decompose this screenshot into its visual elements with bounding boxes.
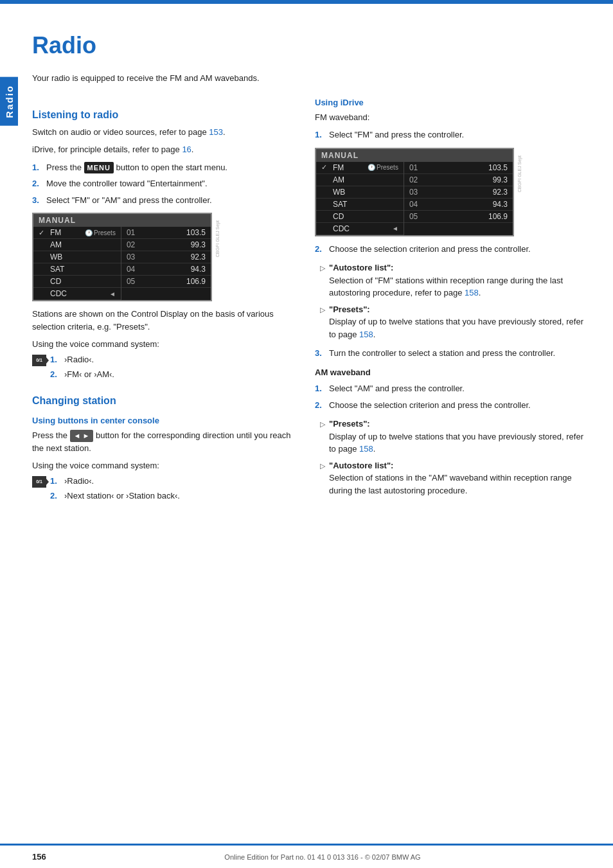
footer-text: Online Edition for Part no. 01 41 0 013 … bbox=[64, 853, 581, 861]
menu-row-sat: SAT bbox=[33, 263, 121, 276]
r-preset-icon: 🕐 bbox=[368, 164, 375, 171]
radio-menu-left: MANUAL ✓ FM 🕐 Presets AM bbox=[32, 213, 212, 301]
watermark-left: CBGFI GLEJ Sept bbox=[215, 220, 220, 257]
section-heading-changing: Changing station bbox=[32, 395, 296, 407]
page-number: 156 bbox=[32, 852, 64, 862]
r-right-row-3: 0392.3 bbox=[404, 186, 513, 199]
menu-button-label: MENU bbox=[84, 162, 114, 174]
watermark-right: CBGFI GLEJ Sept bbox=[517, 155, 522, 192]
menu-right-row-5: 05106.9 bbox=[121, 276, 211, 288]
step-2: 2. Move the controller toward "Entertain… bbox=[32, 177, 296, 190]
link-16[interactable]: 16 bbox=[182, 145, 191, 154]
fm-steps-3: 3. Turn the controller to select a stati… bbox=[315, 347, 585, 360]
menu-row-wb: WB bbox=[33, 251, 121, 263]
voice-icon-2: 0/1 bbox=[32, 476, 46, 488]
voice-icon-1: 0/1 bbox=[32, 355, 46, 366]
arrow-icon-2: ▷ bbox=[320, 305, 325, 341]
am-bullet-2: ▷ "Autostore list": Selection of station… bbox=[320, 459, 585, 497]
r-menu-row-sat: SAT bbox=[316, 199, 404, 211]
preset-icon: 🕐 bbox=[85, 229, 93, 236]
r-right-row-2: 0299.3 bbox=[404, 174, 513, 186]
voice-step-1-1: 1. ›Radio‹. bbox=[50, 353, 114, 366]
page-title: Radio bbox=[32, 32, 587, 59]
sub-heading-center-console: Using buttons in center console bbox=[32, 416, 296, 425]
sub-heading-idrive: Using iDrive bbox=[315, 98, 585, 107]
station-note: Stations are shown on the Control Displa… bbox=[32, 308, 296, 333]
menu-right-row-3: 0392.3 bbox=[121, 251, 211, 263]
menu-row-cdc: CDC ◄ bbox=[33, 288, 121, 300]
r-menu-row-wb: WB bbox=[316, 186, 404, 199]
voice-step-1-2: 2. ›FM‹ or ›AM‹. bbox=[50, 368, 114, 381]
voice-step-2-2: 2. ›Next station‹ or ›Station back‹. bbox=[50, 490, 180, 502]
r-menu-row-cd: CD bbox=[316, 211, 404, 223]
r-menu-row-am: AM bbox=[316, 174, 404, 186]
am-waveband-label: AM waveband bbox=[315, 366, 585, 379]
voice-step-2-1: 1. ›Radio‹. bbox=[50, 475, 180, 488]
fm-waveband-label: FM waveband: bbox=[315, 111, 585, 124]
fm-bullet-2: ▷ "Presets": Display of up to twelve sta… bbox=[320, 303, 585, 341]
menu-row-fm: ✓ FM 🕐 Presets bbox=[33, 227, 121, 239]
sidebar-tab: Radio bbox=[0, 77, 18, 126]
link-158-3[interactable]: 158 bbox=[359, 444, 373, 454]
voice-intro-2: Using the voice command system: bbox=[32, 459, 296, 472]
am-bullets: ▷ "Presets": Display of up to twelve sta… bbox=[320, 418, 585, 497]
voice-sub-list-1: 1. ›Radio‹. 2. ›FM‹ or ›AM‹. bbox=[50, 353, 114, 384]
left-column: Listening to radio Switch on audio or vi… bbox=[32, 98, 296, 509]
am-step-1: 1. Select "AM" and press the controller. bbox=[315, 382, 585, 395]
fm-steps-2: 2. Choose the selection criterion and pr… bbox=[315, 243, 585, 256]
voice-cmd-2: 0/1 1. ›Radio‹. 2. ›Next station‹ or ›St… bbox=[32, 475, 296, 505]
voice-intro-1: Using the voice command system: bbox=[32, 338, 296, 351]
am-step-2: 2. Choose the selection criterion and pr… bbox=[315, 399, 585, 412]
menu-header-left: MANUAL bbox=[33, 214, 211, 227]
link-158-2[interactable]: 158 bbox=[359, 330, 373, 339]
step-3: 3. Select "FM" or "AM" and press the con… bbox=[32, 194, 296, 207]
fm-step-2: 2. Choose the selection criterion and pr… bbox=[315, 243, 585, 256]
menu-row-cd: CD bbox=[33, 276, 121, 288]
r-menu-row-cdc: CDC ◄ bbox=[316, 223, 404, 235]
radio-menu-right: MANUAL ✓ FM 🕐 Presets AM bbox=[315, 148, 514, 236]
am-steps: 1. Select "AM" and press the controller.… bbox=[315, 382, 585, 411]
menu-right-row-4: 0494.3 bbox=[121, 263, 211, 276]
am-bullet-1: ▷ "Presets": Display of up to twelve sta… bbox=[320, 418, 585, 456]
right-column: Using iDrive FM waveband: 1. Select "FM"… bbox=[315, 98, 585, 509]
arrow-icon-4: ▷ bbox=[320, 461, 325, 497]
fm-step-3: 3. Turn the controller to select a stati… bbox=[315, 347, 585, 360]
r-right-row-1: 01103.5 bbox=[404, 162, 513, 174]
section1-para1: Switch on audio or video sources, refer … bbox=[32, 126, 296, 139]
arrow-icon-3: ▷ bbox=[320, 419, 325, 456]
section1-para2: iDrive, for principle details, refer to … bbox=[32, 143, 296, 156]
menu-header-right: MANUAL bbox=[316, 149, 513, 162]
voice-sub-list-2: 1. ›Radio‹. 2. ›Next station‹ or ›Statio… bbox=[50, 475, 180, 505]
sidebar-tab-label: Radio bbox=[4, 85, 15, 118]
fm-step-1: 1. Select "FM" and press the controller. bbox=[315, 128, 585, 141]
fm-bullet-1: ▷ "Autostore list": Selection of "FM" st… bbox=[320, 261, 585, 299]
section1-steps: 1. Press the MENU button to open the sta… bbox=[32, 161, 296, 207]
menu-right-row-1: 01103.5 bbox=[121, 227, 211, 239]
r-menu-row-fm: ✓ FM 🕐 Presets bbox=[316, 162, 404, 174]
step-1: 1. Press the MENU button to open the sta… bbox=[32, 161, 296, 174]
top-border bbox=[0, 0, 613, 4]
menu-row-am: AM bbox=[33, 239, 121, 251]
r-right-row-4: 0494.3 bbox=[404, 199, 513, 211]
console-para: Press the ◄ ► button for the correspondi… bbox=[32, 429, 296, 454]
intro-paragraph: Your radio is equipped to receive the FM… bbox=[32, 72, 587, 85]
link-153[interactable]: 153 bbox=[209, 127, 223, 137]
menu-right-row-2: 0299.3 bbox=[121, 239, 211, 251]
voice-cmd-1: 0/1 1. ›Radio‹. 2. ›FM‹ or ›AM‹. bbox=[32, 353, 296, 384]
fm-bullets: ▷ "Autostore list": Selection of "FM" st… bbox=[320, 261, 585, 341]
fm-steps-1: 1. Select "FM" and press the controller. bbox=[315, 128, 585, 141]
page-footer: 156 Online Edition for Part no. 01 41 0 … bbox=[0, 844, 613, 868]
arrow-icon-1: ▷ bbox=[320, 263, 325, 299]
link-158-1[interactable]: 158 bbox=[465, 288, 479, 297]
r-right-row-5: 05106.9 bbox=[404, 211, 513, 223]
section-heading-listening: Listening to radio bbox=[32, 109, 296, 121]
skip-button-icon: ◄ ► bbox=[70, 430, 94, 442]
